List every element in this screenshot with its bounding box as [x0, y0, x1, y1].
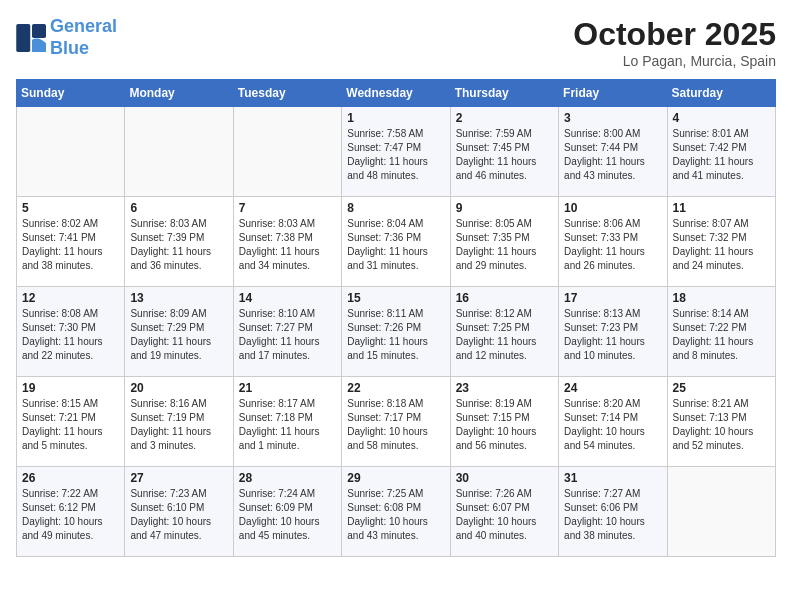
- day-info: Sunrise: 8:16 AM Sunset: 7:19 PM Dayligh…: [130, 397, 227, 453]
- calendar-day-cell: 28Sunrise: 7:24 AM Sunset: 6:09 PM Dayli…: [233, 467, 341, 557]
- calendar-week-row: 19Sunrise: 8:15 AM Sunset: 7:21 PM Dayli…: [17, 377, 776, 467]
- logo-icon: [16, 24, 48, 52]
- calendar-day-cell: 19Sunrise: 8:15 AM Sunset: 7:21 PM Dayli…: [17, 377, 125, 467]
- day-number: 4: [673, 111, 770, 125]
- calendar-day-cell: 26Sunrise: 7:22 AM Sunset: 6:12 PM Dayli…: [17, 467, 125, 557]
- day-info: Sunrise: 7:26 AM Sunset: 6:07 PM Dayligh…: [456, 487, 553, 543]
- day-info: Sunrise: 7:23 AM Sunset: 6:10 PM Dayligh…: [130, 487, 227, 543]
- day-number: 16: [456, 291, 553, 305]
- day-info: Sunrise: 8:15 AM Sunset: 7:21 PM Dayligh…: [22, 397, 119, 453]
- day-number: 24: [564, 381, 661, 395]
- day-info: Sunrise: 8:05 AM Sunset: 7:35 PM Dayligh…: [456, 217, 553, 273]
- calendar-day-cell: 9Sunrise: 8:05 AM Sunset: 7:35 PM Daylig…: [450, 197, 558, 287]
- day-info: Sunrise: 8:19 AM Sunset: 7:15 PM Dayligh…: [456, 397, 553, 453]
- day-number: 22: [347, 381, 444, 395]
- svg-rect-1: [32, 24, 46, 38]
- day-info: Sunrise: 8:14 AM Sunset: 7:22 PM Dayligh…: [673, 307, 770, 363]
- day-info: Sunrise: 8:02 AM Sunset: 7:41 PM Dayligh…: [22, 217, 119, 273]
- day-info: Sunrise: 7:24 AM Sunset: 6:09 PM Dayligh…: [239, 487, 336, 543]
- weekday-header: Wednesday: [342, 80, 450, 107]
- day-number: 25: [673, 381, 770, 395]
- calendar-day-cell: 8Sunrise: 8:04 AM Sunset: 7:36 PM Daylig…: [342, 197, 450, 287]
- weekday-header: Friday: [559, 80, 667, 107]
- day-info: Sunrise: 7:59 AM Sunset: 7:45 PM Dayligh…: [456, 127, 553, 183]
- calendar-day-cell: [667, 467, 775, 557]
- day-info: Sunrise: 8:07 AM Sunset: 7:32 PM Dayligh…: [673, 217, 770, 273]
- day-info: Sunrise: 8:20 AM Sunset: 7:14 PM Dayligh…: [564, 397, 661, 453]
- calendar-day-cell: 20Sunrise: 8:16 AM Sunset: 7:19 PM Dayli…: [125, 377, 233, 467]
- calendar-day-cell: 23Sunrise: 8:19 AM Sunset: 7:15 PM Dayli…: [450, 377, 558, 467]
- day-info: Sunrise: 8:03 AM Sunset: 7:39 PM Dayligh…: [130, 217, 227, 273]
- calendar-day-cell: 14Sunrise: 8:10 AM Sunset: 7:27 PM Dayli…: [233, 287, 341, 377]
- calendar-day-cell: 18Sunrise: 8:14 AM Sunset: 7:22 PM Dayli…: [667, 287, 775, 377]
- weekday-header: Saturday: [667, 80, 775, 107]
- day-info: Sunrise: 8:06 AM Sunset: 7:33 PM Dayligh…: [564, 217, 661, 273]
- calendar-day-cell: 1Sunrise: 7:58 AM Sunset: 7:47 PM Daylig…: [342, 107, 450, 197]
- calendar-day-cell: 25Sunrise: 8:21 AM Sunset: 7:13 PM Dayli…: [667, 377, 775, 467]
- day-info: Sunrise: 8:12 AM Sunset: 7:25 PM Dayligh…: [456, 307, 553, 363]
- day-info: Sunrise: 8:08 AM Sunset: 7:30 PM Dayligh…: [22, 307, 119, 363]
- day-number: 12: [22, 291, 119, 305]
- month-title: October 2025: [573, 16, 776, 53]
- calendar-day-cell: [17, 107, 125, 197]
- calendar-day-cell: [125, 107, 233, 197]
- day-number: 11: [673, 201, 770, 215]
- day-info: Sunrise: 7:27 AM Sunset: 6:06 PM Dayligh…: [564, 487, 661, 543]
- calendar-day-cell: 15Sunrise: 8:11 AM Sunset: 7:26 PM Dayli…: [342, 287, 450, 377]
- day-number: 18: [673, 291, 770, 305]
- weekday-header: Monday: [125, 80, 233, 107]
- calendar-week-row: 1Sunrise: 7:58 AM Sunset: 7:47 PM Daylig…: [17, 107, 776, 197]
- calendar-day-cell: 22Sunrise: 8:18 AM Sunset: 7:17 PM Dayli…: [342, 377, 450, 467]
- weekday-header: Tuesday: [233, 80, 341, 107]
- day-info: Sunrise: 8:09 AM Sunset: 7:29 PM Dayligh…: [130, 307, 227, 363]
- logo: General Blue: [16, 16, 117, 59]
- calendar-day-cell: [233, 107, 341, 197]
- day-number: 1: [347, 111, 444, 125]
- calendar-day-cell: 11Sunrise: 8:07 AM Sunset: 7:32 PM Dayli…: [667, 197, 775, 287]
- day-number: 7: [239, 201, 336, 215]
- weekday-header-row: SundayMondayTuesdayWednesdayThursdayFrid…: [17, 80, 776, 107]
- day-info: Sunrise: 7:25 AM Sunset: 6:08 PM Dayligh…: [347, 487, 444, 543]
- day-number: 14: [239, 291, 336, 305]
- logo-text: General Blue: [50, 16, 117, 59]
- day-number: 27: [130, 471, 227, 485]
- calendar-day-cell: 24Sunrise: 8:20 AM Sunset: 7:14 PM Dayli…: [559, 377, 667, 467]
- day-number: 15: [347, 291, 444, 305]
- weekday-header: Thursday: [450, 80, 558, 107]
- day-number: 29: [347, 471, 444, 485]
- day-number: 19: [22, 381, 119, 395]
- title-block: October 2025 Lo Pagan, Murcia, Spain: [573, 16, 776, 69]
- day-number: 6: [130, 201, 227, 215]
- calendar-day-cell: 16Sunrise: 8:12 AM Sunset: 7:25 PM Dayli…: [450, 287, 558, 377]
- day-number: 28: [239, 471, 336, 485]
- day-number: 17: [564, 291, 661, 305]
- day-number: 13: [130, 291, 227, 305]
- calendar-day-cell: 2Sunrise: 7:59 AM Sunset: 7:45 PM Daylig…: [450, 107, 558, 197]
- calendar-week-row: 5Sunrise: 8:02 AM Sunset: 7:41 PM Daylig…: [17, 197, 776, 287]
- day-number: 26: [22, 471, 119, 485]
- day-number: 2: [456, 111, 553, 125]
- day-info: Sunrise: 8:18 AM Sunset: 7:17 PM Dayligh…: [347, 397, 444, 453]
- day-info: Sunrise: 8:01 AM Sunset: 7:42 PM Dayligh…: [673, 127, 770, 183]
- calendar-day-cell: 4Sunrise: 8:01 AM Sunset: 7:42 PM Daylig…: [667, 107, 775, 197]
- day-number: 23: [456, 381, 553, 395]
- day-info: Sunrise: 7:58 AM Sunset: 7:47 PM Dayligh…: [347, 127, 444, 183]
- day-number: 20: [130, 381, 227, 395]
- day-number: 9: [456, 201, 553, 215]
- day-info: Sunrise: 8:13 AM Sunset: 7:23 PM Dayligh…: [564, 307, 661, 363]
- day-number: 21: [239, 381, 336, 395]
- day-info: Sunrise: 8:11 AM Sunset: 7:26 PM Dayligh…: [347, 307, 444, 363]
- calendar-day-cell: 6Sunrise: 8:03 AM Sunset: 7:39 PM Daylig…: [125, 197, 233, 287]
- calendar-day-cell: 12Sunrise: 8:08 AM Sunset: 7:30 PM Dayli…: [17, 287, 125, 377]
- day-number: 31: [564, 471, 661, 485]
- weekday-header: Sunday: [17, 80, 125, 107]
- calendar-day-cell: 29Sunrise: 7:25 AM Sunset: 6:08 PM Dayli…: [342, 467, 450, 557]
- day-number: 8: [347, 201, 444, 215]
- calendar-day-cell: 30Sunrise: 7:26 AM Sunset: 6:07 PM Dayli…: [450, 467, 558, 557]
- calendar-week-row: 12Sunrise: 8:08 AM Sunset: 7:30 PM Dayli…: [17, 287, 776, 377]
- day-info: Sunrise: 7:22 AM Sunset: 6:12 PM Dayligh…: [22, 487, 119, 543]
- calendar-day-cell: 7Sunrise: 8:03 AM Sunset: 7:38 PM Daylig…: [233, 197, 341, 287]
- calendar-week-row: 26Sunrise: 7:22 AM Sunset: 6:12 PM Dayli…: [17, 467, 776, 557]
- day-number: 10: [564, 201, 661, 215]
- page-header: General Blue October 2025 Lo Pagan, Murc…: [16, 16, 776, 69]
